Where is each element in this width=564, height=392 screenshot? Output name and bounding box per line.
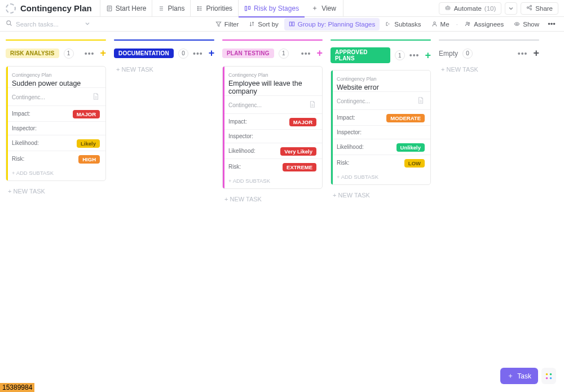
new-task-button[interactable]: + NEW TASK	[114, 65, 214, 74]
document-icon[interactable]	[309, 100, 316, 110]
column-more-button[interactable]: •••	[193, 49, 203, 58]
risk-value[interactable]: LOW	[404, 158, 425, 167]
column-more-button[interactable]: •••	[301, 49, 311, 58]
risk-pill: EXTREME	[283, 163, 316, 171]
contingency-label: Contingenc...	[228, 102, 262, 108]
document-icon[interactable]	[92, 93, 100, 102]
card-breadcrumb: Contingency Plan	[12, 72, 100, 78]
new-task-button[interactable]: + NEW TASK	[6, 187, 106, 196]
stage-pill[interactable]: DOCUMENTATION	[114, 49, 174, 58]
create-task-button[interactable]: ＋ Task	[500, 368, 538, 384]
sort-button[interactable]: Sort by	[244, 18, 283, 30]
column-more-button[interactable]: •••	[85, 49, 95, 58]
column-add-button[interactable]: +	[425, 50, 431, 61]
tab-risk-by-stages[interactable]: Risk by Stages	[238, 0, 305, 17]
stage-pill[interactable]: PLAN TESTING	[222, 49, 274, 58]
column-add-button[interactable]: +	[209, 47, 215, 59]
search-input[interactable]	[16, 21, 78, 28]
likelihood-pill: Unlikely	[396, 143, 425, 152]
search-icon	[6, 20, 12, 28]
show-button[interactable]: Show	[509, 18, 544, 30]
column-more-button[interactable]: •••	[518, 49, 528, 58]
automate-caret[interactable]	[505, 2, 517, 15]
likelihood-value[interactable]: Very Likely	[280, 147, 316, 155]
robot-icon	[444, 5, 451, 12]
add-view-button[interactable]: ＋ View	[305, 0, 343, 17]
tab-priorities[interactable]: Priorities	[190, 0, 238, 17]
filter-button[interactable]: Filter	[211, 18, 244, 30]
stage-pill[interactable]: APPROVED PLANS	[331, 47, 390, 63]
document-icon[interactable]	[417, 96, 425, 106]
group-by-button[interactable]: Group by: Planning Stages	[284, 18, 380, 30]
plus-icon: ＋	[507, 371, 514, 381]
task-count: 1	[64, 49, 74, 59]
impact-value[interactable]: MODERATE	[386, 113, 425, 122]
task-apps-button[interactable]	[541, 368, 556, 384]
subtasks-button[interactable]: Subtasks	[381, 18, 425, 30]
likelihood-pill: Likely	[77, 139, 100, 148]
impact-pill: MAJOR	[73, 110, 100, 118]
more-button[interactable]: •••	[545, 20, 558, 28]
column-accent	[439, 39, 539, 41]
tab-label: Start Here	[116, 5, 147, 12]
task-card[interactable]: Contingency PlanSudden power outageConti…	[6, 66, 106, 181]
impact-value[interactable]: MAJOR	[289, 117, 316, 126]
task-card[interactable]: Contingency PlanWebsite errorContingenc.…	[331, 70, 431, 185]
doc-icon	[106, 5, 113, 12]
share-icon	[526, 5, 532, 12]
subtasks-icon	[385, 21, 391, 27]
column-header: PLAN TESTING1•••+	[222, 47, 323, 59]
top-bar: Contingency Plan Start Here Plans Priori…	[0, 0, 564, 17]
inspector-label: Inspector:	[12, 125, 37, 131]
column-empty: Empty0•••++ NEW TASK	[439, 39, 539, 74]
column-accent	[114, 39, 214, 41]
risk-value[interactable]: HIGH	[78, 155, 100, 163]
me-button[interactable]: Me	[427, 18, 454, 30]
column-more-button[interactable]: •••	[409, 51, 420, 60]
new-task-button[interactable]: + NEW TASK	[331, 191, 431, 200]
contingency-row: Contingenc...	[6, 87, 105, 105]
tab-label: Risk by Stages	[254, 5, 299, 12]
share-button[interactable]: Share	[521, 2, 558, 15]
inspector-row: Inspector:	[6, 121, 105, 135]
likelihood-value[interactable]: Likely	[77, 139, 100, 147]
impact-value[interactable]: MAJOR	[73, 109, 100, 118]
likelihood-label: Likelihood:	[12, 140, 39, 146]
column-risk_analysis: RISK ANALYSIS1•••+Contingency PlanSudden…	[6, 39, 106, 196]
subtasks-label: Subtasks	[394, 21, 421, 28]
card-accent	[331, 71, 333, 184]
search-caret[interactable]	[85, 20, 90, 28]
likelihood-value[interactable]: Unlikely	[396, 143, 425, 151]
card-title: Employee will leave the company	[228, 80, 316, 95]
location-icon	[6, 3, 16, 14]
risk-label: Risk:	[12, 156, 24, 162]
column-actions: •••+	[518, 47, 539, 59]
add-subtask-button[interactable]: + ADD SUBTASK	[223, 174, 322, 188]
new-task-button[interactable]: + NEW TASK	[439, 65, 539, 74]
me-label: Me	[440, 21, 450, 28]
automate-button[interactable]: Automate (10)	[439, 2, 502, 15]
contingency-label: Contingenc...	[337, 98, 370, 104]
svg-point-19	[546, 373, 548, 375]
stage-pill[interactable]: RISK ANALYSIS	[6, 49, 59, 58]
add-subtask-button[interactable]: + ADD SUBTASK	[331, 170, 430, 184]
svg-point-22	[550, 377, 552, 379]
new-task-button[interactable]: + NEW TASK	[222, 195, 323, 204]
risk-value[interactable]: EXTREME	[283, 162, 316, 171]
separator-dot: ·	[455, 20, 460, 28]
column-add-button[interactable]: +	[533, 47, 539, 59]
add-view-label: View	[321, 5, 336, 12]
add-subtask-button[interactable]: + ADD SUBTASK	[6, 166, 105, 180]
filter-icon	[215, 21, 222, 27]
column-add-button[interactable]: +	[100, 47, 106, 59]
assignees-button[interactable]: Assignees	[460, 18, 508, 30]
tab-start-here[interactable]: Start Here	[100, 0, 152, 17]
impact-pill: MODERATE	[386, 114, 425, 122]
tab-plans[interactable]: Plans	[152, 0, 190, 17]
risk-pill: LOW	[404, 159, 425, 168]
column-accent	[331, 39, 431, 41]
card-body: Contingency PlanWebsite error	[331, 71, 430, 91]
svg-point-10	[530, 5, 532, 7]
task-card[interactable]: Contingency PlanEmployee will leave the …	[222, 66, 323, 189]
column-add-button[interactable]: +	[316, 47, 323, 59]
